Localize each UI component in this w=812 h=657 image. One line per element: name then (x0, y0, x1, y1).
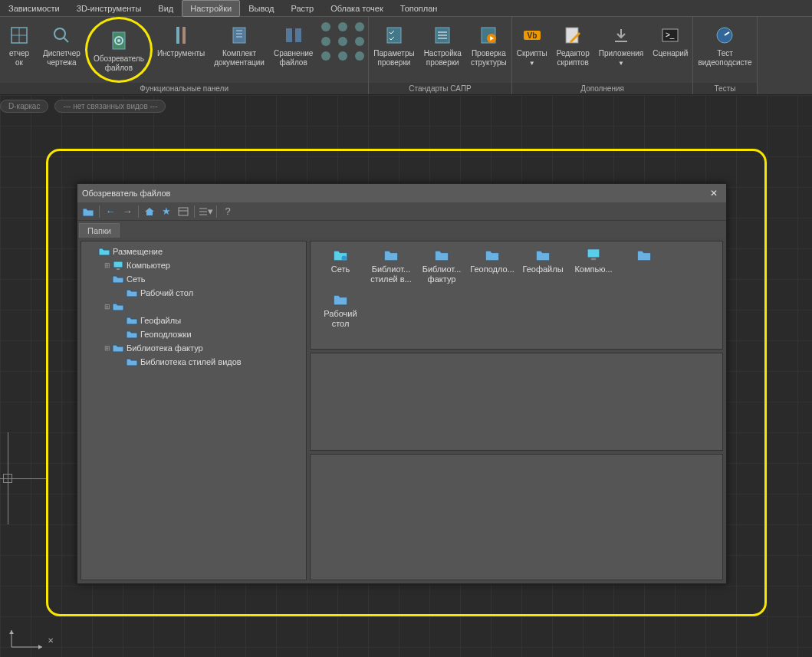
svg-point-47 (342, 256, 347, 261)
tree-item[interactable]: Библиотека стилей видов (81, 355, 306, 369)
folder-icon (633, 246, 655, 263)
edit-icon (562, 25, 584, 46)
expander-icon[interactable]: ⊞ (103, 303, 112, 310)
file-item[interactable] (619, 246, 669, 284)
ribbon-btn-magnify[interactable]: Диспетчерчертежа (38, 17, 85, 83)
svg-point-7 (117, 39, 120, 42)
dialog-titlebar[interactable]: Обозреватель файлов ✕ (77, 184, 726, 202)
gauge-icon (714, 25, 735, 46)
tree-label: Библиотека стилей видов (140, 357, 242, 366)
ribbon-btn-checklist2[interactable]: Настройкапроверки (419, 17, 466, 83)
help-icon[interactable]: ? (220, 204, 235, 219)
checkplay-icon (478, 25, 499, 46)
ribbon-btn-gauge[interactable]: Тествидеоподсисте (693, 17, 756, 83)
ribbon-btn-grid[interactable]: етчерок (0, 17, 38, 83)
ribbon: етчерокДиспетчерчертежаОбозревательфайло… (0, 17, 812, 95)
expander-icon[interactable]: ⊞ (103, 344, 112, 352)
ribbon-btn-checkplay[interactable]: Проверкаструктуры (466, 17, 511, 83)
dialog-body: Размещение⊞КомпьютерСетьРабочий стол⊞Гео… (77, 238, 726, 583)
svg-point-16 (321, 22, 330, 31)
menu-item-0[interactable]: Зависимости (0, 0, 68, 17)
menu-item-5[interactable]: Растр (282, 0, 322, 17)
svg-rect-48 (587, 249, 600, 258)
folder-net-icon (330, 246, 351, 263)
svg-point-18 (321, 51, 330, 61)
ribbon-label: Инструменты (157, 49, 205, 58)
menu-item-4[interactable]: Вывод (240, 0, 282, 17)
file-item[interactable]: Рабочий стол (315, 291, 366, 329)
computer-icon (112, 260, 124, 271)
file-label: Сеть (331, 264, 350, 274)
small-icon[interactable] (353, 20, 367, 34)
ribbon-btn-edit[interactable]: Редакторскриптов (552, 17, 594, 83)
file-item[interactable]: Геофайлы (518, 246, 568, 284)
tree-item[interactable]: ⊞Библиотека фактур (81, 341, 306, 355)
svg-point-19 (338, 22, 347, 31)
tree-item[interactable]: Рабочий стол (81, 286, 306, 300)
menu-item-3[interactable]: Настройки (182, 0, 240, 17)
folder-icon (112, 274, 124, 284)
svg-rect-10 (233, 28, 245, 43)
detail-pane-2[interactable] (310, 454, 723, 580)
tree-item[interactable]: Геофайлы (81, 314, 306, 327)
file-item[interactable]: Сеть (315, 246, 366, 284)
ribbon-btn-vb[interactable]: VbСкрипты▼ (512, 17, 552, 83)
tree-item[interactable]: ⊞Компьютер (81, 258, 306, 272)
file-item[interactable]: Библиот...фактур (416, 246, 467, 284)
ribbon-btn-gear-doc[interactable]: Обозревательфайлов (85, 17, 153, 83)
svg-text:>_: >_ (666, 31, 675, 39)
list-icon[interactable]: ▾ (198, 204, 213, 219)
canvas-area[interactable]: D-каркас--- нет связанных видов --- Обоз… (0, 95, 812, 657)
down-icon (610, 25, 632, 46)
compare-icon (283, 25, 304, 46)
tree-item[interactable]: Сеть (81, 272, 306, 286)
tree-item[interactable]: Геоподложки (81, 327, 306, 341)
file-item[interactable]: Геоподло... (467, 246, 518, 284)
tree-item[interactable]: ⊞ (81, 300, 306, 314)
home-icon[interactable] (142, 204, 157, 219)
small-icon[interactable] (319, 34, 333, 48)
forward-icon[interactable]: → (120, 204, 135, 219)
ribbon-btn-down[interactable]: Приложения▼ (594, 17, 649, 83)
svg-point-3 (54, 28, 65, 39)
svg-rect-49 (591, 258, 596, 260)
star-icon[interactable]: ★ (159, 204, 174, 219)
small-icon[interactable] (319, 20, 333, 34)
tree-pane[interactable]: Размещение⊞КомпьютерСетьРабочий стол⊞Гео… (81, 241, 307, 580)
back-icon[interactable]: ← (103, 204, 118, 219)
small-icon[interactable] (336, 34, 350, 48)
chip[interactable]: D-каркас (0, 100, 48, 113)
file-item[interactable]: Библиот...стилей в... (366, 246, 416, 284)
small-icon[interactable] (353, 34, 367, 48)
folder-open-icon[interactable] (81, 204, 96, 219)
menu-item-2[interactable]: Вид (150, 0, 182, 17)
ribbon-btn-terminal[interactable]: >_Сценарий (648, 17, 692, 83)
tab-folders[interactable]: Папки (79, 223, 120, 238)
file-browser-dialog: Обозреватель файлов ✕ ← → ★ ▾ ? Папки Ра… (77, 183, 727, 584)
details-icon[interactable] (176, 204, 191, 219)
ribbon-label: Тествидеоподсисте (698, 49, 751, 67)
chip-row: D-каркас--- нет связанных видов --- (0, 95, 812, 113)
tree-item[interactable]: Размещение (81, 245, 306, 258)
expander-icon[interactable]: ⊞ (103, 261, 112, 269)
tree-label: Рабочий стол (140, 288, 193, 297)
small-icon[interactable] (319, 49, 333, 63)
small-icon[interactable] (353, 49, 367, 63)
small-icon[interactable] (336, 20, 350, 34)
small-icon[interactable] (336, 49, 350, 63)
menu-item-1[interactable]: 3D-инструменты (68, 0, 150, 17)
tree-label: Размещение (113, 247, 163, 256)
menu-item-6[interactable]: Облака точек (322, 0, 392, 17)
file-item[interactable]: Компью... (568, 246, 619, 284)
chip[interactable]: --- нет связанных видов --- (54, 100, 166, 113)
tree-label: Геоподложки (140, 330, 192, 339)
menu-item-7[interactable]: Топоплан (392, 0, 446, 17)
file-label: Рабочий стол (317, 309, 364, 329)
ribbon-btn-compare[interactable]: Сравнениефайлов (269, 17, 317, 83)
close-icon[interactable]: ✕ (706, 186, 722, 201)
ribbon-btn-tools[interactable]: Инструменты (153, 17, 209, 83)
ribbon-btn-book[interactable]: Комплектдокументации (209, 17, 269, 83)
icon-pane[interactable]: СетьБиблиот...стилей в...Библиот...факту… (310, 241, 723, 350)
detail-pane-1[interactable] (310, 353, 723, 451)
ribbon-btn-checklist[interactable]: Параметрыпроверки (369, 17, 419, 83)
